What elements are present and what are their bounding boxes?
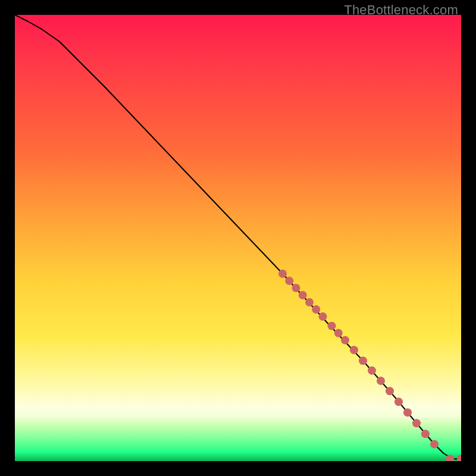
data-point xyxy=(285,277,293,285)
data-point xyxy=(421,430,430,438)
data-point xyxy=(386,387,394,395)
bottleneck-curve xyxy=(15,15,461,459)
data-point xyxy=(334,329,343,337)
plot-area xyxy=(15,15,461,461)
data-point xyxy=(341,336,349,345)
data-point xyxy=(368,367,376,375)
data-point xyxy=(377,377,385,385)
data-point xyxy=(299,291,307,299)
data-point xyxy=(457,455,461,461)
data-point xyxy=(305,298,314,306)
data-points-group xyxy=(278,270,461,461)
data-point xyxy=(412,419,421,427)
data-point xyxy=(394,397,403,406)
data-point xyxy=(359,356,367,365)
data-point xyxy=(319,312,327,321)
chart-frame: TheBottleneck.com xyxy=(0,0,476,476)
data-point xyxy=(430,440,439,449)
data-point xyxy=(278,270,287,278)
data-point xyxy=(350,346,358,354)
chart-svg xyxy=(15,15,461,461)
data-point xyxy=(328,322,336,330)
data-point xyxy=(292,284,300,292)
data-point xyxy=(403,408,412,416)
data-point xyxy=(312,305,320,314)
